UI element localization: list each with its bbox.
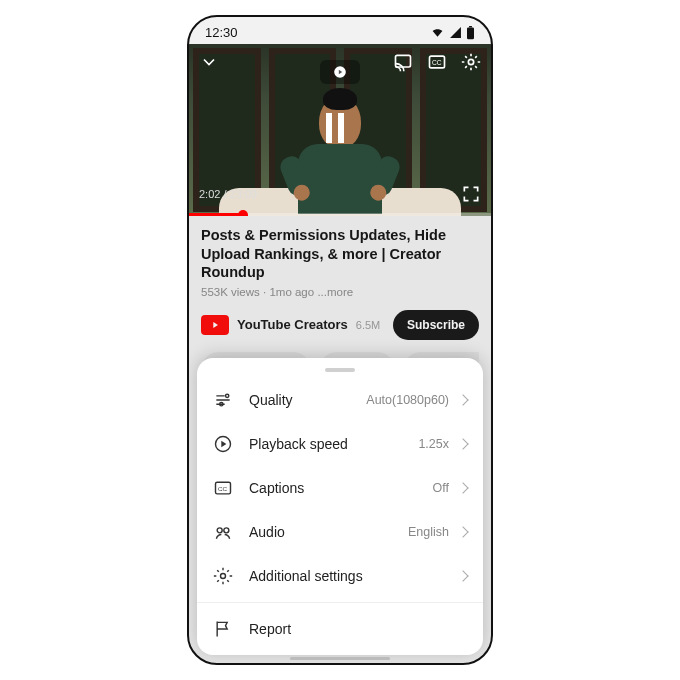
sheet-row-value: English [408,525,449,539]
current-time: 2:02 [199,188,220,200]
video-player[interactable]: CC 2:02 / 23:09 [189,44,491,216]
sheet-divider [197,602,483,603]
signal-icon [449,26,462,39]
quality-icon [213,390,233,410]
flag-icon [213,619,233,639]
svg-rect-3 [396,55,411,67]
svg-point-7 [226,394,229,397]
status-icons [430,26,475,40]
sheet-row-value: Off [433,481,449,495]
sheet-row-quality[interactable]: Quality Auto(1080p60) [197,378,483,422]
home-indicator[interactable] [290,657,390,660]
svg-point-13 [224,528,229,533]
sheet-row-playback-speed[interactable]: Playback speed 1.25x [197,422,483,466]
svg-text:CC: CC [218,485,228,492]
audio-icon [213,522,233,542]
pause-button[interactable] [323,113,357,147]
chevron-right-icon [457,438,468,449]
settings-bottom-sheet: Quality Auto(1080p60) Playback speed 1.2… [197,358,483,655]
sheet-row-label: Captions [249,480,304,496]
sheet-row-label: Audio [249,524,285,540]
clock: 12:30 [205,25,238,40]
svg-text:CC: CC [432,59,442,66]
collapse-icon[interactable] [199,52,219,72]
chevron-right-icon [457,570,468,581]
sheet-row-captions[interactable]: CC Captions Off [197,466,483,510]
wifi-icon [430,26,445,39]
sheet-row-label: Playback speed [249,436,348,452]
gear-icon[interactable] [461,52,481,72]
playback-speed-icon [213,434,233,454]
cast-icon[interactable] [393,52,413,72]
captions-icon: CC [213,478,233,498]
sheet-row-additional-settings[interactable]: Additional settings [197,554,483,598]
chevron-right-icon [457,526,468,537]
sheet-row-audio[interactable]: Audio English [197,510,483,554]
chevron-right-icon [457,482,468,493]
chevron-right-icon [457,394,468,405]
captions-icon[interactable]: CC [427,52,447,72]
gear-icon [213,566,233,586]
duration: 23:09 [230,188,258,200]
sheet-row-value: Auto(1080p60) [366,393,449,407]
svg-point-6 [468,59,473,64]
status-bar: 12:30 [189,17,491,44]
battery-icon [466,26,475,40]
fullscreen-icon[interactable] [461,184,481,204]
svg-rect-1 [469,26,472,27]
sheet-row-report[interactable]: Report [197,607,483,651]
sheet-row-label: Additional settings [249,568,363,584]
autoplay-toggle[interactable] [320,60,360,84]
sheet-row-label: Report [249,621,291,637]
player-top-controls: CC [189,52,491,72]
time-sep: / [220,188,229,200]
svg-point-14 [221,574,226,579]
phone-frame: 12:30 [187,15,493,665]
sheet-row-label: Quality [249,392,293,408]
sheet-grabber[interactable] [325,368,355,372]
time-display: 2:02 / 23:09 [199,184,481,204]
seek-bar[interactable] [189,213,491,216]
svg-point-12 [217,528,222,533]
sheet-row-value: 1.25x [418,437,449,451]
svg-rect-0 [467,27,474,39]
